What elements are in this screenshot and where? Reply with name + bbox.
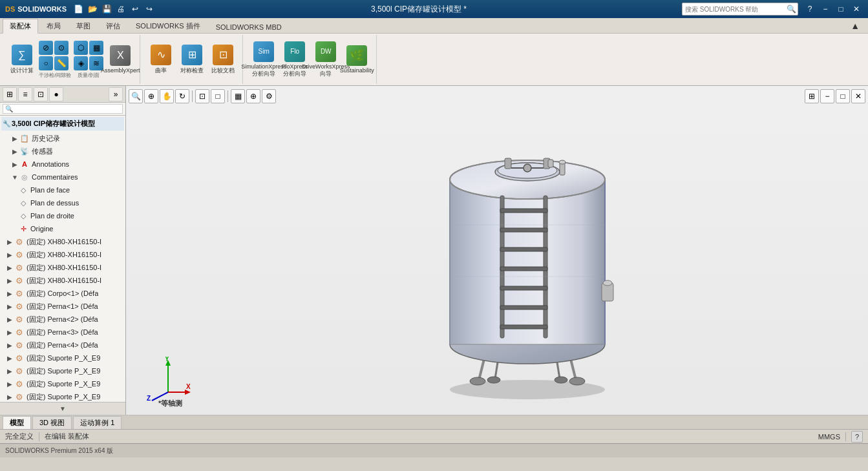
expand-corpo[interactable]: ▶	[5, 289, 14, 298]
tree-item-plan-face[interactable]: ◇ Plan de face	[1, 183, 124, 196]
tree-item-commentaires[interactable]: ▼ ◎ Commentaires	[1, 171, 124, 183]
tree-item-perna2[interactable]: ▶ ⚙ (固定) Perna<2> (Défa	[1, 313, 124, 326]
tree-item-suporte4[interactable]: ▶ ⚙ (固定) Suporte P_X_E9	[1, 390, 124, 402]
tree-item-perna4[interactable]: ▶ ⚙ (固定) Perna<4> (Défa	[1, 339, 124, 351]
expand-perna3[interactable]: ▶	[5, 328, 14, 337]
maximize-icon[interactable]: □	[834, 3, 847, 16]
expand-perna4[interactable]: ▶	[5, 340, 14, 350]
tree-item-xh80-4[interactable]: ▶ ⚙ (固定) XH80-XH16150-I	[1, 274, 124, 287]
expand-perna1[interactable]: ▶	[5, 302, 14, 311]
tab-evaluate[interactable]: 评估	[99, 19, 127, 33]
tree-item-xh80-3[interactable]: ▶ ⚙ (固定) XH80-XH16150-I	[1, 261, 124, 274]
expand-suporte2[interactable]: ▶	[5, 366, 14, 375]
panel-btn-4[interactable]: ●	[49, 87, 63, 101]
search-input[interactable]	[683, 3, 785, 15]
tab-sw-mbd[interactable]: SOLIDWORKS MBD	[209, 21, 289, 33]
new-icon[interactable]: 📄	[72, 3, 85, 16]
view-orient-btn[interactable]: ⊡	[195, 89, 209, 103]
rotate-btn[interactable]: ↻	[175, 89, 189, 103]
close-icon[interactable]: ✕	[850, 3, 863, 16]
clearance-icon[interactable]: ⊙	[54, 41, 69, 55]
tab-model[interactable]: 模型	[3, 416, 31, 429]
compare-docs-btn[interactable]: ⊡ 比较文档	[209, 43, 237, 76]
symmetry-check-label: 对称检查	[180, 67, 204, 75]
measure-icon[interactable]: 📏	[54, 56, 69, 70]
zoom-fit-btn[interactable]: 🔍	[129, 89, 143, 103]
help-icon[interactable]: ?	[803, 3, 816, 16]
panel-scroll-indicator[interactable]: ▼	[0, 402, 125, 415]
interference-icon[interactable]: ⊘	[39, 41, 53, 55]
tree-item-origine[interactable]: ✛ Origine	[1, 222, 124, 235]
tree-root[interactable]: 🔧 3,500l CIP储存罐设计模型	[1, 117, 124, 131]
expand-suporte3[interactable]: ▶	[5, 379, 14, 388]
minimize-icon[interactable]: −	[819, 3, 832, 16]
tree-item-annotations[interactable]: ▶ A Annotations	[1, 158, 124, 171]
tree-item-plan-dessus[interactable]: ◇ Plan de dessus	[1, 196, 124, 209]
sustainability-btn[interactable]: 🌿 Sustainability	[343, 44, 371, 75]
sensor-icon[interactable]: ◈	[74, 56, 88, 70]
tree-item-plan-droite[interactable]: ◇ Plan de droite	[1, 209, 124, 222]
status-help-btn[interactable]: ?	[851, 431, 863, 443]
view-settings-btn[interactable]: ⚙	[262, 89, 276, 103]
hole-align-icon[interactable]: ○	[39, 56, 53, 70]
redo-icon[interactable]: ↪	[143, 3, 156, 16]
zoom-area-btn[interactable]: ⊕	[144, 89, 158, 103]
expand-xh80-1[interactable]: ▶	[5, 237, 14, 246]
undo-icon[interactable]: ↩	[129, 3, 142, 16]
panel-btn-1[interactable]: ⊞	[3, 87, 17, 101]
section-view-btn[interactable]: ▦	[231, 89, 245, 103]
view-temp-axis-btn[interactable]: ⊕	[246, 89, 260, 103]
expand-xh80-3[interactable]: ▶	[5, 263, 14, 272]
tree-item-suporte3[interactable]: ▶ ⚙ (固定) Suporte P_X_E9	[1, 377, 124, 390]
expand-suporte4[interactable]: ▶	[5, 392, 14, 401]
tab-3dview[interactable]: 3D 视图	[32, 416, 72, 429]
app-name: SOLIDWORKS	[17, 5, 67, 13]
panel-collapse-btn[interactable]: »	[109, 87, 123, 101]
mass-props-icon[interactable]: ⬡	[74, 41, 88, 55]
filter-input[interactable]	[3, 104, 123, 114]
tree-item-sensor[interactable]: ▶ 📡 传感器	[1, 145, 124, 158]
panel-btn-2[interactable]: ≡	[18, 87, 32, 101]
symmetry-check-btn[interactable]: ⊞ 对称检查	[178, 43, 206, 76]
save-icon[interactable]: 💾	[100, 3, 113, 16]
tree-item-xh80-1[interactable]: ▶ ⚙ (固定) XH80-XH16150-I	[1, 235, 124, 248]
search-icon[interactable]: 🔍	[785, 5, 798, 14]
expand-xh80-2[interactable]: ▶	[5, 250, 14, 259]
expand-annotations[interactable]: ▶	[10, 160, 19, 169]
section-props-icon[interactable]: ▦	[89, 41, 103, 55]
tree-item-corpo[interactable]: ▶ ⚙ (固定) Corpo<1> (Défa	[1, 287, 124, 300]
tree-item-suporte2[interactable]: ▶ ⚙ (固定) Suporte P_X_E9	[1, 364, 124, 377]
tab-assembly[interactable]: 装配体	[3, 19, 38, 34]
pan-btn[interactable]: ✋	[160, 89, 174, 103]
tab-sw-plugins[interactable]: SOLIDWORKS 插件	[129, 19, 207, 33]
expand-sensor[interactable]: ▶	[10, 147, 19, 156]
fullscreen-btn[interactable]: ⊞	[805, 89, 819, 103]
tree-item-perna1[interactable]: ▶ ⚙ (固定) Perna<1> (Défa	[1, 300, 124, 313]
window-maximize-btn[interactable]: □	[836, 89, 850, 103]
curvature-btn[interactable]: ∿ 曲率	[147, 43, 175, 76]
expand-perna2[interactable]: ▶	[5, 315, 14, 324]
window-close-btn[interactable]: ✕	[851, 89, 865, 103]
design-calc-btn[interactable]: ∑ 设计计算	[8, 43, 36, 76]
corpo-label: (固定) Corpo<1> (Défa	[26, 289, 98, 298]
tree-item-history[interactable]: ▶ 📋 历史记录	[1, 132, 124, 145]
expand-xh80-4[interactable]: ▶	[5, 276, 14, 285]
driveworks-btn[interactable]: DW DriveWorksXpress向导	[312, 40, 340, 79]
expand-suporte1[interactable]: ▶	[5, 353, 14, 362]
window-minimize-btn[interactable]: −	[820, 89, 834, 103]
tree-item-suporte1[interactable]: ▶ ⚙ (固定) Suporte P_X_E9	[1, 351, 124, 364]
assembly-xpert-btn[interactable]: X AssemblyXpert	[106, 44, 134, 75]
tab-layout[interactable]: 布局	[39, 19, 68, 33]
print-icon[interactable]: 🖨	[114, 3, 127, 16]
panel-btn-3[interactable]: ⊡	[34, 87, 48, 101]
tab-motion-study[interactable]: 运动算例 1	[73, 416, 122, 429]
tab-collapse[interactable]: ▲	[843, 18, 867, 33]
tree-item-xh80-2[interactable]: ▶ ⚙ (固定) XH80-XH16150-I	[1, 248, 124, 261]
tab-sketch[interactable]: 草图	[69, 19, 98, 33]
open-icon[interactable]: 📂	[86, 3, 99, 16]
display-style-btn[interactable]: □	[211, 89, 225, 103]
simulation-xpress-btn[interactable]: Sim SimulationXpress分析向导	[249, 40, 278, 79]
expand-history[interactable]: ▶	[10, 134, 19, 143]
tree-item-perna3[interactable]: ▶ ⚙ (固定) Perna<3> (Défa	[1, 326, 124, 339]
expand-commentaires[interactable]: ▼	[10, 173, 19, 182]
